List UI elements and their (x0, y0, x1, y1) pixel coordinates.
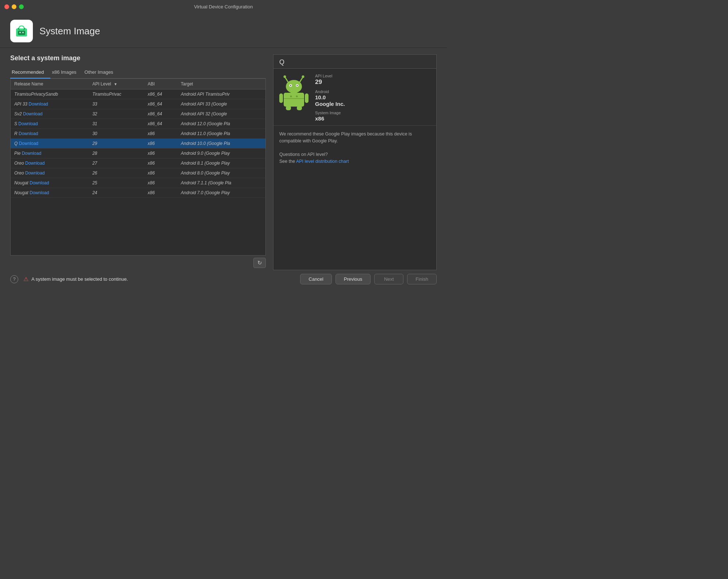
body-section: Select a system image Recommended x86 Im… (0, 48, 447, 270)
download-link[interactable]: Download (28, 101, 48, 107)
table-row[interactable]: API 33 Download33x86_64Android API 33 (G… (11, 99, 265, 109)
table-row[interactable]: S Download31x86_64Android 12.0 (Google P… (11, 119, 265, 129)
api-chart-link[interactable]: API level distribution chart (296, 159, 349, 164)
cell-api-level: 27 (89, 158, 144, 168)
footer-section: ? ⚠ A system image must be selected to c… (0, 270, 447, 290)
cell-api-level: 25 (89, 178, 144, 188)
release-name-label: Nougat (14, 190, 30, 195)
system-image-table-container[interactable]: Release Name API Level ▼ ABI Target Tira… (10, 78, 266, 256)
cell-release-name: Oreo Download (11, 168, 89, 178)
download-link[interactable]: Download (25, 161, 45, 166)
refresh-button[interactable]: ↻ (253, 258, 266, 268)
detail-name: Q (273, 55, 436, 69)
error-message: ⚠ A system image must be selected to con… (23, 276, 128, 283)
error-text: A system image must be selected to conti… (31, 276, 128, 282)
detail-android-version: Android 10.0 Google Inc. (315, 89, 359, 107)
cell-api-level: 32 (89, 109, 144, 119)
see-text: See the (279, 159, 296, 164)
table-row[interactable]: Oreo Download27x86Android 8.1 (Google Pl… (11, 158, 265, 168)
col-api-level[interactable]: API Level ▼ (89, 79, 144, 89)
svg-point-19 (297, 85, 298, 86)
release-name-label: Sv2 (14, 111, 23, 116)
col-release-name[interactable]: Release Name (11, 79, 89, 89)
download-link[interactable]: Download (23, 111, 42, 116)
table-row[interactable]: R Download30x86Android 11.0 (Google Pla (11, 129, 265, 139)
cell-api-level: TiramisuPrivac (89, 89, 144, 99)
cell-api-level: 33 (89, 99, 144, 109)
table-row[interactable]: TiramisuPrivacySandbTiramisuPrivacx86_64… (11, 89, 265, 99)
tab-other-images[interactable]: Other Images (83, 67, 120, 78)
svg-rect-4 (18, 31, 25, 35)
download-link[interactable]: Download (30, 180, 49, 185)
svg-rect-21 (279, 93, 283, 103)
cell-abi: x86 (144, 149, 177, 158)
android-robot-svg (279, 74, 309, 110)
cell-release-name: TiramisuPrivacySandb (11, 89, 89, 99)
main-content: System Image Select a system image Recom… (0, 13, 447, 290)
previous-button[interactable]: Previous (336, 274, 371, 284)
detail-recommend: We recommend these Google Play images be… (273, 125, 436, 170)
cell-release-name: API 33 Download (11, 99, 89, 109)
finish-button[interactable]: Finish (407, 274, 437, 284)
close-button[interactable] (4, 4, 9, 9)
download-link[interactable]: Download (18, 121, 38, 126)
cell-abi: x86 (144, 168, 177, 178)
svg-point-14 (302, 76, 304, 78)
maximize-button[interactable] (19, 4, 24, 9)
table-row[interactable]: Nougat Download24x86Android 7.0 (Google … (11, 188, 265, 198)
window-title: Virtual Device Configuration (194, 4, 253, 9)
cell-abi: x86 (144, 129, 177, 139)
col-target[interactable]: Target (177, 79, 265, 89)
col-abi[interactable]: ABI (144, 79, 177, 89)
release-name-label: API 33 (14, 101, 28, 107)
cell-api-level: 30 (89, 129, 144, 139)
cell-abi: x86 (144, 188, 177, 198)
download-link[interactable]: Download (19, 131, 38, 136)
download-link[interactable]: Download (19, 141, 38, 146)
table-row[interactable]: Oreo Download26x86Android 8.0 (Google Pl… (11, 168, 265, 178)
release-name-label: Q (14, 141, 19, 146)
right-panel: Q (273, 54, 437, 270)
cell-target: Android 11.0 (Google Pla (177, 129, 265, 139)
table-row[interactable]: Sv2 Download32x86_64Android API 32 (Goog… (11, 109, 265, 119)
cell-release-name: S Download (11, 119, 89, 129)
cell-target: Android 7.0 (Google Play (177, 188, 265, 198)
svg-point-15 (286, 80, 302, 93)
cell-target: Android 8.1 (Google Play (177, 158, 265, 168)
download-link[interactable]: Download (25, 170, 45, 176)
cell-abi: x86 (144, 158, 177, 168)
table-row[interactable]: Q Download29x86Android 10.0 (Google Pla (11, 139, 265, 149)
next-button[interactable]: Next (374, 274, 403, 284)
cell-release-name: Pie Download (11, 149, 89, 158)
footer-buttons: Cancel Previous Next Finish (300, 274, 437, 284)
tabs-container: Recommended x86 Images Other Images (10, 67, 266, 78)
help-button[interactable]: ? (10, 275, 18, 283)
release-name-label: Pie (14, 151, 22, 156)
title-bar: Virtual Device Configuration (0, 0, 447, 13)
detail-system-image: System Image x86 (315, 111, 359, 122)
table-row[interactable]: Nougat Download25x86Android 7.1.1 (Googl… (11, 178, 265, 188)
download-link[interactable]: Download (22, 151, 41, 156)
cell-api-level: 24 (89, 188, 144, 198)
cancel-button[interactable]: Cancel (300, 274, 332, 284)
cell-api-level: 28 (89, 149, 144, 158)
question-text: Questions on API level? (279, 152, 328, 157)
svg-rect-23 (286, 106, 291, 110)
detail-split: API Level 29 Android 10.0 Google Inc. Sy… (273, 69, 436, 122)
error-icon: ⚠ (23, 276, 28, 283)
svg-point-9 (18, 28, 19, 28)
download-link[interactable]: Download (30, 190, 49, 195)
recommend-text: We recommend these Google Play images be… (279, 131, 412, 143)
svg-rect-20 (284, 93, 304, 107)
table-row[interactable]: Pie Download28x86Android 9.0 (Google Pla… (11, 149, 265, 158)
tab-recommended[interactable]: Recommended (10, 67, 50, 78)
cell-abi: x86_64 (144, 119, 177, 129)
cell-release-name: Sv2 Download (11, 109, 89, 119)
cell-release-name: Nougat Download (11, 188, 89, 198)
tab-x86-images[interactable]: x86 Images (50, 67, 83, 78)
release-name-label: Oreo (14, 161, 25, 166)
table-header-row: Release Name API Level ▼ ABI Target (11, 79, 265, 89)
svg-point-10 (24, 28, 25, 28)
minimize-button[interactable] (12, 4, 16, 9)
avd-icon-svg (13, 23, 30, 39)
